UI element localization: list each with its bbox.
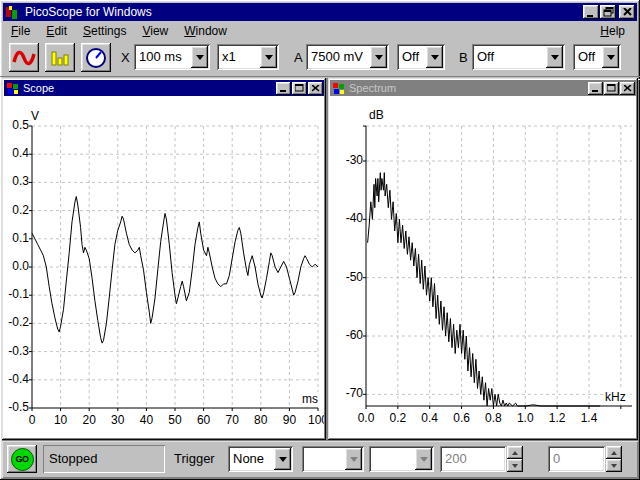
y-tick-label: -0.2 [4, 315, 29, 329]
trigger-direction-combo [369, 446, 434, 472]
trigger-delay-field[interactable]: 0 [548, 446, 605, 472]
chevron-down-icon[interactable] [426, 46, 443, 68]
x-tick-label: 80 [246, 413, 276, 427]
trigger-mode-combo[interactable]: None [228, 446, 293, 472]
restore-button[interactable] [600, 5, 616, 19]
go-button[interactable]: GO [7, 445, 37, 473]
toolbar: X 100 ms x1 A 7500 mV Off B Off Off [3, 41, 637, 75]
x-tick-label: 0 [17, 413, 47, 427]
trigger-label: Trigger [174, 451, 215, 466]
spectrum-window[interactable]: Spectrum dB [328, 78, 638, 440]
x-axis-label: X [121, 50, 130, 65]
menu-edit[interactable]: Edit [38, 22, 75, 40]
x-tick-label: 1.2 [542, 411, 572, 425]
y-tick-label: -0.4 [4, 372, 29, 386]
threshold-spinner[interactable] [507, 446, 523, 472]
spectrum-window-title: Spectrum [349, 82, 396, 94]
delay-spinner[interactable] [606, 446, 622, 472]
chevron-down-icon[interactable] [546, 46, 563, 68]
spin-down-icon[interactable] [606, 459, 622, 472]
spectrum-y-unit-label: dB [368, 108, 385, 122]
menu-help[interactable]: Help [592, 22, 633, 40]
y-tick-label: -70 [333, 386, 363, 400]
x-tick-label: 50 [160, 413, 190, 427]
spin-up-icon[interactable] [606, 446, 622, 459]
menu-window[interactable]: Window [176, 22, 235, 40]
x-tick-label: 70 [217, 413, 247, 427]
scope-x-unit-label: ms [301, 392, 319, 406]
y-tick-label: 0.0 [4, 259, 29, 273]
scope-view-button[interactable] [9, 43, 39, 72]
x-tick-label: 0.8 [478, 411, 508, 425]
minimize-button[interactable] [276, 82, 291, 95]
y-tick-label: 0.5 [4, 118, 29, 132]
scope-window-title: Scope [23, 82, 54, 94]
chevron-down-icon[interactable] [370, 46, 387, 68]
scope-window[interactable]: Scope V [2, 78, 326, 440]
channel-a-range-combo[interactable]: 7500 mV [306, 44, 389, 70]
y-tick-label: -0.1 [4, 287, 29, 301]
menu-settings[interactable]: Settings [75, 22, 134, 40]
y-tick-label: 0.1 [4, 231, 29, 245]
scope-title-bar[interactable]: Scope [4, 80, 324, 96]
chevron-down-icon [415, 448, 432, 470]
multiplier-combo[interactable]: x1 [217, 44, 279, 70]
minimize-button[interactable] [588, 82, 603, 95]
minimize-button[interactable] [583, 5, 599, 19]
maximize-button[interactable] [292, 82, 307, 95]
go-icon: GO [11, 448, 34, 471]
sine-wave-icon [12, 47, 36, 69]
chevron-down-icon [345, 448, 362, 470]
meter-view-button[interactable] [81, 43, 111, 72]
timebase-combo[interactable]: 100 ms [134, 44, 210, 70]
scope-trace [32, 126, 322, 413]
spectrum-view-button[interactable] [45, 43, 75, 72]
maximize-icon [607, 84, 616, 92]
channel-b-mode-combo[interactable]: Off [573, 44, 621, 70]
spin-up-icon[interactable] [507, 446, 523, 459]
x-tick-label: 0.4 [415, 411, 445, 425]
bar-spectrum-icon [48, 47, 72, 69]
menu-view[interactable]: View [134, 22, 176, 40]
minimize-icon [591, 84, 600, 92]
title-bar[interactable]: PicoScope for Windows [3, 3, 637, 21]
trigger-threshold-field[interactable]: 200 [440, 446, 506, 472]
close-icon [624, 85, 632, 92]
x-tick-label: 30 [103, 413, 133, 427]
spectrum-trace [366, 126, 636, 411]
maximize-button[interactable] [604, 82, 619, 95]
spin-down-icon[interactable] [507, 459, 523, 472]
x-tick-label: 0.0 [351, 411, 381, 425]
chevron-down-icon[interactable] [274, 448, 291, 470]
window-title: PicoScope for Windows [25, 5, 152, 19]
channel-a-mode-combo[interactable]: Off [397, 44, 445, 70]
spectrum-window-icon [332, 82, 346, 95]
mdi-workspace: Scope V [2, 78, 638, 441]
close-button[interactable] [619, 5, 635, 19]
menu-file[interactable]: File [3, 22, 38, 40]
y-tick-label: -0.3 [4, 344, 29, 358]
y-tick-label: 0.2 [4, 203, 29, 217]
chevron-down-icon[interactable] [602, 46, 619, 68]
channel-b-range-combo[interactable]: Off [472, 44, 565, 70]
y-tick-label: -60 [333, 328, 363, 342]
app-icon [5, 5, 21, 19]
channel-b-label: B [459, 50, 468, 65]
y-tick-label: 0.4 [4, 146, 29, 160]
close-icon [623, 8, 632, 16]
chevron-down-icon[interactable] [260, 46, 277, 68]
y-tick-label: -30 [333, 153, 363, 167]
x-tick-label: 60 [189, 413, 219, 427]
status-bar: GO Stopped Trigger None 200 0 [2, 441, 638, 478]
close-icon [312, 85, 320, 92]
x-tick-label: 0.6 [447, 411, 477, 425]
menu-bar: File Edit Settings View Window Help [3, 22, 637, 40]
close-button[interactable] [308, 82, 323, 95]
close-button[interactable] [620, 82, 635, 95]
maximize-icon [295, 84, 304, 92]
spectrum-title-bar[interactable]: Spectrum [330, 80, 636, 96]
x-tick-label: 1.4 [574, 411, 604, 425]
minimize-icon [279, 84, 288, 92]
chevron-down-icon[interactable] [191, 46, 208, 68]
y-tick-label: -40 [333, 211, 363, 225]
